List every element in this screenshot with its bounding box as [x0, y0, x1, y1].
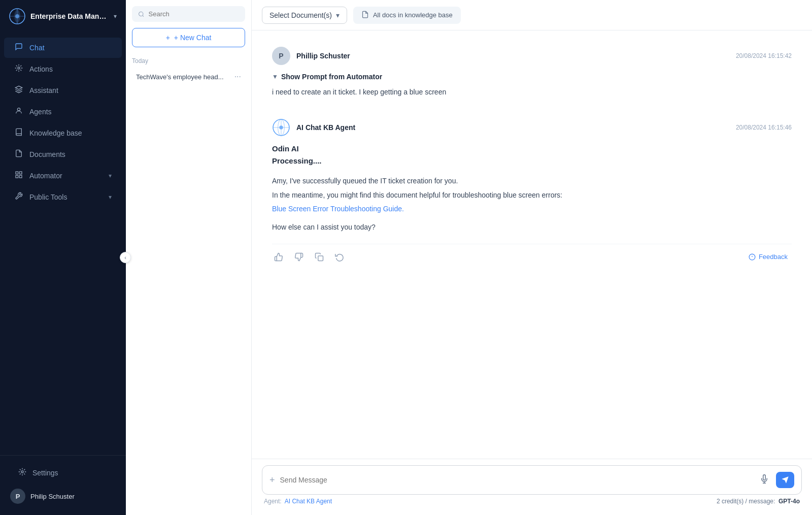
show-prompt-toggle[interactable]: ▼ Show Prompt from Automator	[272, 71, 792, 82]
automator-icon	[14, 171, 23, 181]
app-title: Enterprise Data Mana...	[30, 12, 109, 20]
message-input[interactable]	[280, 476, 753, 484]
sidebar-item-automator-label: Automator	[29, 172, 62, 180]
svg-point-10	[21, 471, 23, 473]
sidebar-item-public-tools[interactable]: Public Tools ▾	[4, 187, 122, 207]
svg-point-17	[279, 125, 283, 129]
send-button[interactable]	[776, 472, 794, 488]
actions-icon	[14, 64, 23, 74]
chat-list-panel: + + New Chat Today TechWave's employee h…	[126, 0, 252, 515]
list-item[interactable]: TechWave's employee head... ···	[130, 67, 247, 86]
agent-link-paragraph: Blue Screen Error Troubleshooting Guide.	[272, 203, 792, 215]
sidebar-item-settings[interactable]: Settings	[8, 463, 118, 482]
sidebar-toggle-button[interactable]: ‹	[120, 252, 131, 263]
chat-footer: Agent: AI Chat KB Agent 2 credit(s) / me…	[262, 495, 802, 505]
odin-logo-icon	[273, 119, 290, 136]
sidebar-header[interactable]: Enterprise Data Mana... ▾	[0, 0, 126, 33]
app-dropdown-icon: ▾	[114, 13, 117, 20]
user-message-content: ▼ Show Prompt from Automator i need to c…	[272, 71, 792, 98]
document-icon	[361, 11, 369, 18]
user-message: P Phillip Schuster 20/08/2024 16:15:42 ▼…	[272, 47, 792, 98]
svg-rect-18	[318, 256, 323, 261]
svg-point-3	[15, 14, 19, 18]
chat-input-area: + Agent: AI Chat KB Agent 2 credit(s) / …	[252, 459, 812, 515]
new-chat-button[interactable]: + + New Chat	[132, 28, 245, 47]
sidebar-item-knowledge-base[interactable]: Knowledge base	[4, 123, 122, 143]
sidebar-item-agents[interactable]: Agents	[4, 102, 122, 122]
agent-label: Agent:	[264, 498, 282, 505]
main-header: Select Document(s) ▾ All docs in knowled…	[252, 0, 812, 30]
thumbs-up-button[interactable]	[272, 250, 285, 264]
search-box[interactable]	[132, 6, 245, 22]
sidebar: Enterprise Data Mana... ▾ Chat Actions A…	[0, 0, 126, 515]
sidebar-user[interactable]: P Philip Schuster	[4, 484, 122, 509]
sidebar-item-documents[interactable]: Documents	[4, 144, 122, 165]
chat-item-menu-icon[interactable]: ···	[234, 72, 241, 81]
sidebar-item-agents-label: Agents	[29, 108, 52, 116]
blue-screen-guide-link[interactable]: Blue Screen Error Troubleshooting Guide.	[272, 205, 404, 213]
sidebar-item-automator[interactable]: Automator ▾	[4, 166, 122, 186]
agent-message-timestamp: 20/08/2024 16:15:46	[736, 124, 792, 131]
doc-selector-chevron-icon: ▾	[336, 11, 340, 19]
feedback-label: Feedback	[759, 253, 788, 261]
sidebar-item-chat-label: Chat	[29, 44, 45, 52]
message-actions: Feedback	[272, 244, 792, 264]
feedback-icon	[749, 253, 756, 261]
public-tools-chevron-icon: ▾	[109, 194, 112, 201]
agent-message: AI Chat KB Agent 20/08/2024 16:15:46 Odi…	[272, 118, 792, 264]
attach-plus-icon[interactable]: +	[269, 475, 275, 486]
copy-icon	[315, 252, 324, 262]
sidebar-item-assistant-label: Assistant	[29, 86, 58, 94]
agents-icon	[14, 107, 23, 117]
agent-name-link[interactable]: AI Chat KB Agent	[285, 498, 332, 505]
microphone-icon	[760, 474, 769, 484]
chat-messages: P Phillip Schuster 20/08/2024 16:15:42 ▼…	[252, 30, 812, 459]
sidebar-item-actions[interactable]: Actions	[4, 59, 122, 79]
app-logo	[9, 8, 25, 24]
copy-button[interactable]	[313, 250, 326, 264]
select-docs-label: Select Document(s)	[269, 11, 332, 19]
search-icon	[138, 11, 145, 18]
model-label: GPT-4o	[779, 498, 800, 505]
documents-icon	[14, 149, 23, 159]
sidebar-item-documents-label: Documents	[29, 150, 65, 158]
settings-label: Settings	[32, 469, 58, 477]
avatar: P	[10, 489, 25, 504]
user-sender-name: Phillip Schuster	[296, 52, 350, 60]
automator-chevron-icon: ▾	[109, 172, 112, 179]
public-tools-icon	[14, 192, 23, 202]
svg-marker-24	[782, 476, 788, 483]
user-message-timestamp: 20/08/2024 16:15:42	[736, 52, 792, 59]
svg-rect-7	[19, 172, 22, 174]
user-message-header: P Phillip Schuster 20/08/2024 16:15:42	[272, 47, 792, 65]
toggle-chevron-icon: ▼	[272, 72, 278, 82]
microphone-button[interactable]	[758, 472, 771, 488]
svg-point-4	[18, 67, 20, 69]
settings-icon	[18, 468, 26, 477]
refresh-button[interactable]	[333, 250, 346, 264]
feedback-button[interactable]: Feedback	[745, 251, 792, 263]
search-area	[126, 0, 251, 26]
kb-badge-label: All docs in knowledge base	[373, 11, 453, 19]
sidebar-item-actions-label: Actions	[29, 65, 53, 73]
sidebar-item-public-tools-label: Public Tools	[29, 193, 67, 201]
agent-message-header: AI Chat KB Agent 20/08/2024 16:15:46	[272, 118, 792, 137]
sidebar-item-chat[interactable]: Chat	[4, 38, 122, 58]
send-icon	[781, 476, 789, 484]
search-input[interactable]	[149, 10, 239, 18]
knowledge-base-badge: All docs in knowledge base	[353, 7, 461, 24]
thumbs-down-button[interactable]	[292, 250, 306, 264]
sidebar-item-knowledge-base-label: Knowledge base	[29, 129, 82, 137]
chat-section-today: Today	[126, 53, 251, 67]
new-chat-label: + New Chat	[174, 34, 212, 42]
knowledge-base-icon	[14, 128, 23, 138]
user-name: Philip Schuster	[30, 493, 75, 500]
svg-point-11	[139, 12, 143, 16]
agent-sender-name: AI Chat KB Agent	[296, 123, 355, 132]
chat-item-title: TechWave's employee head...	[136, 73, 224, 81]
sidebar-item-assistant[interactable]: Assistant	[4, 80, 122, 101]
svg-rect-6	[16, 172, 18, 174]
document-selector[interactable]: Select Document(s) ▾	[262, 7, 347, 24]
refresh-icon	[335, 252, 344, 262]
kb-icon	[361, 11, 369, 20]
